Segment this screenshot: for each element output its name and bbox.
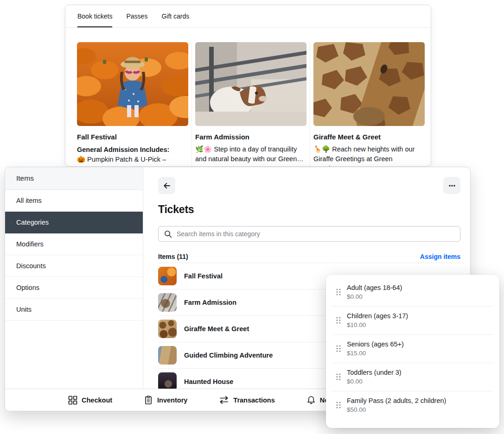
variation-row-seniors[interactable]: Seniors (ages 65+) $15.00 bbox=[332, 335, 493, 363]
variation-row-adult[interactable]: Adult (ages 18-64) $0.00 bbox=[332, 278, 493, 307]
card-fall-festival[interactable]: Fall Festival General Admission Includes… bbox=[77, 42, 188, 167]
drag-handle-icon[interactable] bbox=[336, 317, 341, 324]
bell-icon bbox=[306, 396, 316, 405]
drag-handle-icon[interactable] bbox=[336, 289, 341, 296]
item-thumbnail bbox=[158, 267, 177, 285]
tab-passes[interactable]: Passes bbox=[126, 5, 147, 27]
item-name: Farm Admission bbox=[184, 299, 236, 306]
item-name: Giraffe Meet & Greet bbox=[184, 325, 249, 333]
nav-label: Inventory bbox=[157, 396, 187, 404]
variations-panel: Adult (ages 18-64) $0.00 Children (ages … bbox=[326, 275, 499, 428]
booking-window: Book tickets Passes Gift cards bbox=[65, 5, 431, 167]
nav-inventory[interactable]: Inventory bbox=[144, 396, 187, 405]
sidebar-item-categories[interactable]: Categories bbox=[5, 212, 143, 233]
variation-name: Toddlers (under 3) bbox=[347, 369, 402, 376]
sidebar-title: Items bbox=[5, 167, 143, 190]
ticket-cards: Fall Festival General Admission Includes… bbox=[65, 28, 431, 167]
transfer-arrows-icon bbox=[219, 396, 229, 404]
tab-book-tickets[interactable]: Book tickets bbox=[77, 5, 112, 27]
card-desc-line: General Admission Includes: bbox=[77, 145, 188, 155]
variation-row-toddlers[interactable]: Toddlers (under 3) $0.00 bbox=[332, 363, 493, 391]
item-name: Haunted House bbox=[184, 378, 233, 385]
variation-name: Adult (ages 18-64) bbox=[347, 284, 402, 291]
sidebar-item-all-items[interactable]: All items bbox=[5, 190, 143, 212]
farm-admission-photo bbox=[195, 42, 306, 126]
search-icon bbox=[164, 230, 172, 238]
search-input[interactable] bbox=[177, 230, 454, 238]
items-meta-row: Items (11) Assign items bbox=[158, 253, 460, 260]
variation-price: $0.00 bbox=[347, 378, 402, 385]
items-count: Items (11) bbox=[158, 253, 188, 260]
nav-checkout[interactable]: Checkout bbox=[68, 396, 112, 405]
booking-tabbar: Book tickets Passes Gift cards bbox=[65, 5, 431, 28]
back-button[interactable] bbox=[158, 177, 175, 194]
variation-name: Children (ages 3-17) bbox=[347, 312, 408, 320]
item-name: Guided Climbing Adventure bbox=[184, 352, 273, 359]
card-title: Giraffe Meet & Greet bbox=[313, 133, 425, 141]
variation-price: $10.00 bbox=[347, 321, 408, 328]
item-thumbnail bbox=[158, 372, 177, 389]
nav-label: Transactions bbox=[233, 396, 274, 404]
variation-price: $15.00 bbox=[347, 350, 404, 357]
clipboard-icon bbox=[144, 396, 153, 405]
nav-transactions[interactable]: Transactions bbox=[219, 396, 274, 404]
card-farm-admission[interactable]: Farm Admission 🌿🌸 Step into a day of tra… bbox=[191, 42, 306, 167]
variation-row-children[interactable]: Children (ages 3-17) $10.00 bbox=[332, 307, 493, 335]
category-search bbox=[158, 226, 460, 242]
drag-handle-icon[interactable] bbox=[336, 345, 341, 352]
card-title: Fall Festival bbox=[77, 133, 188, 141]
sidebar-item-discounts[interactable]: Discounts bbox=[5, 255, 143, 277]
fall-festival-photo bbox=[77, 42, 188, 126]
card-desc-line: 🌿🌸 Step into a day of tranquility and na… bbox=[195, 145, 306, 164]
variation-name: Family Pass (2 adults, 2 children) bbox=[347, 397, 446, 404]
assign-items-link[interactable]: Assign items bbox=[420, 253, 460, 260]
sidebar-item-modifiers[interactable]: Modifiers bbox=[5, 233, 143, 255]
drag-handle-icon[interactable] bbox=[336, 402, 341, 409]
ellipsis-icon bbox=[448, 182, 456, 190]
item-thumbnail bbox=[158, 320, 177, 338]
item-thumbnail bbox=[158, 346, 177, 365]
more-options-button[interactable] bbox=[443, 177, 460, 194]
sidebar-item-options[interactable]: Options bbox=[5, 277, 143, 299]
variation-price: $50.00 bbox=[347, 406, 446, 413]
card-title: Farm Admission bbox=[195, 133, 306, 141]
giraffe-photo bbox=[313, 42, 425, 126]
category-title: Tickets bbox=[158, 203, 460, 216]
items-sidebar: Items All items Categories Modifiers Dis… bbox=[5, 167, 143, 389]
category-header-row bbox=[158, 177, 460, 194]
variation-price: $0.00 bbox=[347, 293, 402, 300]
nav-label: Checkout bbox=[82, 396, 112, 404]
card-desc-line: 🎃 Pumpkin Patch & U-Pick – Choose… bbox=[77, 155, 188, 167]
variation-row-family-pass[interactable]: Family Pass (2 adults, 2 children) $50.0… bbox=[332, 391, 493, 419]
grid-icon bbox=[68, 396, 77, 405]
back-arrow-icon bbox=[163, 182, 171, 190]
card-giraffe-meet-greet[interactable]: Giraffe Meet & Greet 🦒🌳 Reach new height… bbox=[310, 42, 425, 167]
card-desc-line: 🦒🌳 Reach new heights with our Giraffe Gr… bbox=[313, 145, 425, 167]
variation-name: Seniors (ages 65+) bbox=[347, 340, 404, 348]
tab-gift-cards[interactable]: Gift cards bbox=[161, 5, 189, 27]
item-thumbnail bbox=[158, 293, 177, 312]
page: { "colors": { "accent_blue": "#0064ff", … bbox=[0, 0, 504, 434]
sidebar-item-units[interactable]: Units bbox=[5, 299, 143, 321]
drag-handle-icon[interactable] bbox=[336, 373, 341, 380]
item-name: Fall Festival bbox=[184, 272, 223, 280]
